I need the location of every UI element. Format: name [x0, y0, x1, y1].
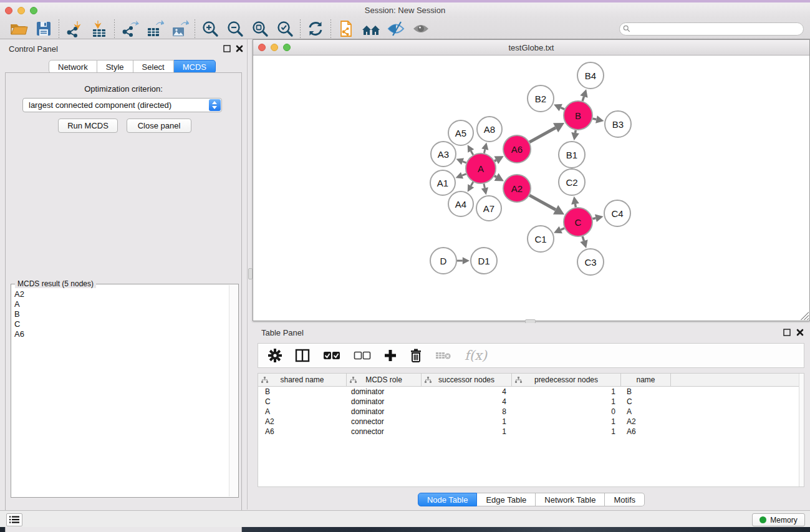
select-all-button[interactable] — [323, 347, 340, 364]
graph-edge-B-B4[interactable] — [582, 97, 584, 101]
tab-style[interactable]: Style — [97, 60, 133, 74]
table-cell[interactable]: 8 — [422, 407, 512, 417]
table-cell[interactable]: A — [621, 407, 671, 417]
table-cell[interactable]: dominator — [347, 397, 422, 407]
network-canvas[interactable]: B4B2BB3A5A8A6A3B1AA1C2A2A4A7CC4C1C3DD1 — [253, 56, 809, 321]
graph-node-A3[interactable]: A3 — [431, 142, 456, 167]
graph-node-C4[interactable]: C4 — [604, 200, 630, 226]
delete-row-button[interactable] — [410, 347, 422, 364]
table-cell[interactable]: 1 — [512, 417, 621, 427]
close-panel-icon[interactable] — [236, 45, 243, 52]
table-cell[interactable]: 1 — [512, 427, 621, 437]
table-row[interactable]: Cdominator41C — [258, 397, 804, 407]
tab-network-table[interactable]: Network Table — [536, 493, 605, 506]
table-cell[interactable]: connector — [347, 417, 422, 427]
import-network-button[interactable] — [62, 19, 87, 39]
table-row[interactable]: Adominator80A — [258, 407, 804, 417]
tab-network[interactable]: Network — [49, 60, 97, 74]
float-panel-icon[interactable] — [223, 45, 231, 52]
column-header-mcds-role[interactable]: MCDS role — [347, 374, 422, 386]
graph-edge-A-A5[interactable] — [471, 151, 473, 155]
graph-node-A[interactable]: A — [466, 153, 496, 183]
graph-edge-A-A1[interactable] — [462, 174, 466, 175]
table-scrollbar[interactable] — [799, 374, 804, 486]
table-cell[interactable]: 4 — [422, 397, 512, 407]
graph-node-A2[interactable]: A2 — [503, 175, 531, 202]
graph-edge-A-A3[interactable] — [463, 162, 466, 163]
table-cell[interactable]: 0 — [512, 407, 621, 417]
vertical-split-handle[interactable] — [248, 268, 253, 279]
table-cell[interactable]: 1 — [422, 417, 512, 427]
graph-node-C3[interactable]: C3 — [577, 249, 604, 275]
graph-node-B1[interactable]: B1 — [559, 142, 585, 168]
graph-node-A4[interactable]: A4 — [448, 191, 473, 216]
graph-node-B4[interactable]: B4 — [577, 62, 604, 89]
column-header-shared-name[interactable]: shared name — [258, 374, 347, 386]
import-table-button[interactable] — [87, 19, 112, 39]
table-cell[interactable]: C — [258, 397, 347, 407]
graph-node-A1[interactable]: A1 — [430, 170, 455, 195]
graph-edge-A2-C[interactable] — [529, 195, 556, 210]
table-cell[interactable]: A — [258, 407, 347, 417]
tab-motifs[interactable]: Motifs — [605, 493, 645, 506]
result-list-scrollbar[interactable] — [229, 285, 238, 496]
criterion-select[interactable]: largest connected component (directed) — [22, 98, 222, 112]
mcds-result-item[interactable]: C — [12, 319, 229, 329]
toggle-columns-button[interactable] — [295, 347, 310, 364]
table-cell[interactable]: A6 — [258, 427, 347, 437]
export-image-button[interactable] — [167, 19, 192, 39]
mcds-result-item[interactable]: A — [12, 299, 229, 309]
close-panel-icon[interactable] — [796, 329, 804, 336]
zoom-out-button[interactable] — [223, 19, 248, 39]
float-panel-icon[interactable] — [783, 329, 791, 336]
add-row-button[interactable] — [384, 347, 397, 364]
graph-node-D1[interactable]: D1 — [471, 248, 497, 274]
close-panel-button[interactable]: Close panel — [127, 118, 191, 133]
table-settings-button[interactable] — [268, 347, 282, 364]
tab-edge-table[interactable]: Edge Table — [477, 493, 536, 506]
graph-edge-A-A8[interactable] — [484, 149, 485, 153]
column-header-predecessor-nodes[interactable]: predecessor nodes — [512, 374, 621, 386]
export-table-button[interactable] — [142, 19, 167, 39]
mcds-result-item[interactable]: A2 — [12, 289, 229, 299]
window-resize-grip[interactable] — [801, 312, 809, 320]
tab-mcds[interactable]: MCDS — [174, 60, 216, 74]
graph-node-A8[interactable]: A8 — [477, 117, 502, 142]
table-cell[interactable]: 1 — [422, 427, 512, 437]
memory-button[interactable]: Memory — [752, 513, 805, 526]
graph-edge-B-B3[interactable] — [592, 118, 596, 119]
graph-node-B3[interactable]: B3 — [605, 111, 631, 137]
table-cell[interactable]: A2 — [621, 417, 671, 427]
table-row[interactable]: A6connector11A6 — [258, 427, 804, 437]
home-pages-button[interactable] — [359, 19, 383, 39]
zoom-selected-button[interactable] — [272, 19, 297, 39]
graph-node-A7[interactable]: A7 — [476, 196, 501, 221]
graph-node-C1[interactable]: C1 — [528, 226, 554, 252]
graph-node-C2[interactable]: C2 — [559, 169, 585, 195]
table-cell[interactable]: 4 — [422, 387, 512, 397]
column-header-name[interactable]: name — [621, 374, 671, 386]
deselect-all-button[interactable] — [354, 347, 371, 364]
table-cell[interactable]: connector — [347, 427, 422, 437]
graph-node-D[interactable]: D — [430, 248, 456, 274]
graph-edge-B-B1[interactable] — [576, 130, 576, 133]
graph-edge-A-A6[interactable] — [494, 160, 496, 161]
tab-node-table[interactable]: Node Table — [418, 493, 478, 506]
graph-edge-C-C4[interactable] — [592, 218, 595, 219]
mcds-result-item[interactable]: A6 — [12, 329, 229, 339]
table-cell[interactable]: A2 — [258, 417, 347, 427]
graph-edge-C-C2[interactable] — [575, 204, 576, 207]
graph-edge-A6-B[interactable] — [529, 128, 556, 142]
show-hide-graphics-button[interactable] — [383, 19, 408, 39]
save-session-button[interactable] — [31, 19, 56, 39]
graph-node-A5[interactable]: A5 — [448, 120, 473, 145]
export-network-button[interactable] — [117, 19, 142, 39]
graph-node-C[interactable]: C — [564, 208, 592, 236]
open-session-button[interactable] — [6, 19, 31, 39]
table-cell[interactable]: 1 — [512, 387, 621, 397]
network-document-button[interactable] — [334, 19, 359, 39]
tab-select[interactable]: Select — [133, 60, 174, 74]
delete-table-button[interactable] — [435, 347, 451, 364]
table-row[interactable]: A2connector11A2 — [258, 417, 804, 427]
network-window-titlebar[interactable]: testGlobe.txt — [253, 40, 809, 56]
